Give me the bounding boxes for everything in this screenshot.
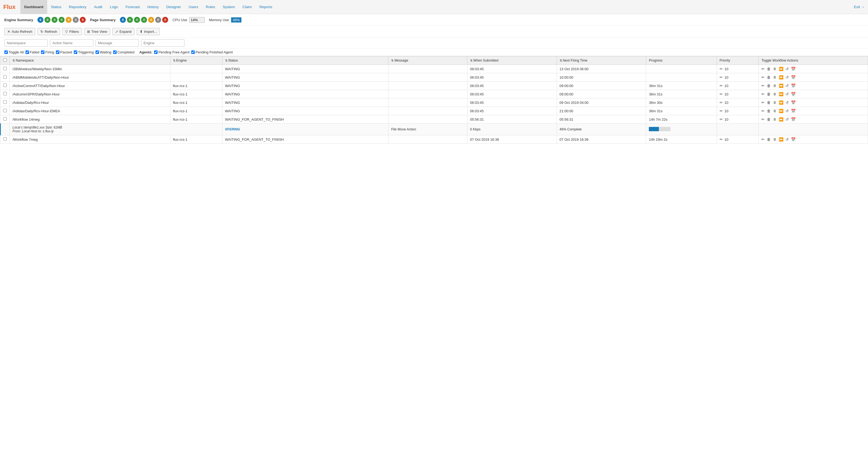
nav-history[interactable]: History bbox=[144, 0, 162, 14]
nav-roles[interactable]: Roles bbox=[202, 0, 219, 14]
paused-label[interactable]: Paused bbox=[56, 50, 72, 54]
nav-reports[interactable]: Reports bbox=[256, 0, 276, 14]
pause-icon[interactable]: ⏸ bbox=[773, 137, 777, 141]
retry-icon[interactable]: ↺ bbox=[785, 92, 789, 96]
nav-repository[interactable]: Repository bbox=[65, 0, 90, 14]
failed-checkbox[interactable] bbox=[26, 51, 29, 54]
delete-icon[interactable]: 🗑 bbox=[767, 100, 771, 105]
edit-icon[interactable]: ✏ bbox=[762, 137, 765, 141]
row-checkbox-cell[interactable] bbox=[1, 107, 10, 115]
row-checkbox[interactable] bbox=[3, 92, 7, 95]
nav-designer[interactable]: Designer bbox=[162, 0, 185, 14]
cpu-value-input[interactable] bbox=[189, 17, 205, 23]
refresh-button[interactable]: ↻ Refresh bbox=[37, 28, 60, 35]
import-button[interactable]: ⬆ Import... bbox=[137, 28, 160, 35]
row-checkbox-cell[interactable] bbox=[1, 135, 10, 144]
priority-edit-icon[interactable]: ✏ bbox=[720, 137, 723, 141]
message-filter[interactable] bbox=[95, 39, 139, 46]
waiting-checkbox[interactable] bbox=[95, 51, 99, 54]
row-checkbox-cell[interactable] bbox=[1, 82, 10, 90]
pending-finished-checkbox[interactable] bbox=[191, 51, 195, 54]
header-checkbox-col[interactable] bbox=[1, 56, 10, 65]
nav-status[interactable]: Status bbox=[47, 0, 65, 14]
tree-view-button[interactable]: ⊞ Tree View bbox=[84, 28, 110, 35]
forward-icon[interactable]: ⏩ bbox=[779, 84, 783, 88]
completed-checkbox[interactable] bbox=[113, 51, 117, 54]
calendar-icon[interactable]: 📅 bbox=[791, 84, 796, 88]
forward-icon[interactable]: ⏩ bbox=[779, 117, 783, 122]
exit-button[interactable]: Exit → bbox=[854, 5, 865, 9]
delete-icon[interactable]: 🗑 bbox=[767, 109, 771, 113]
edit-icon[interactable]: ✏ bbox=[762, 92, 765, 96]
forward-icon[interactable]: ⏩ bbox=[779, 137, 783, 141]
firing-label[interactable]: Firing bbox=[41, 50, 54, 54]
forward-icon[interactable]: ⏩ bbox=[779, 100, 783, 105]
row-checkbox-cell[interactable] bbox=[1, 115, 10, 124]
edit-icon[interactable]: ✏ bbox=[762, 117, 765, 122]
toggle-all-label[interactable]: Toggle All bbox=[4, 50, 24, 54]
row-checkbox-cell[interactable] bbox=[1, 73, 10, 82]
row-checkbox-cell[interactable] bbox=[1, 98, 10, 107]
edit-icon[interactable]: ✏ bbox=[762, 109, 765, 113]
pending-free-checkbox[interactable] bbox=[154, 51, 158, 54]
pause-icon[interactable]: ⏸ bbox=[773, 100, 777, 105]
priority-edit-icon[interactable]: ✏ bbox=[720, 84, 723, 88]
delete-icon[interactable]: 🗑 bbox=[767, 92, 771, 96]
calendar-icon[interactable]: 📅 bbox=[791, 100, 796, 105]
pause-icon[interactable]: ⏸ bbox=[773, 75, 777, 79]
calendar-icon[interactable]: 📅 bbox=[791, 67, 796, 71]
firing-checkbox[interactable] bbox=[41, 51, 44, 54]
nav-audit[interactable]: Audit bbox=[90, 0, 106, 14]
calendar-icon[interactable]: 📅 bbox=[791, 75, 796, 79]
col-status[interactable]: ⇅Status bbox=[222, 56, 389, 65]
toggle-all-checkbox[interactable] bbox=[4, 51, 8, 54]
calendar-icon[interactable]: 📅 bbox=[791, 109, 796, 113]
delete-icon[interactable]: 🗑 bbox=[767, 67, 771, 71]
edit-icon[interactable]: ✏ bbox=[762, 100, 765, 105]
row-checkbox[interactable] bbox=[3, 109, 7, 112]
retry-icon[interactable]: ↺ bbox=[785, 100, 789, 105]
pause-icon[interactable]: ⏸ bbox=[773, 84, 777, 88]
pause-icon[interactable]: ⏸ bbox=[773, 117, 777, 122]
retry-icon[interactable]: ↺ bbox=[785, 109, 789, 113]
row-checkbox[interactable] bbox=[3, 137, 7, 141]
filters-button[interactable]: ▽ Filters bbox=[62, 28, 82, 35]
forward-icon[interactable]: ⏩ bbox=[779, 75, 783, 79]
col-engine[interactable]: ⇅Engine bbox=[170, 56, 222, 65]
engine-filter[interactable] bbox=[141, 39, 184, 46]
col-when-submitted[interactable]: ⇅When Submitted bbox=[467, 56, 557, 65]
waiting-label[interactable]: Waiting bbox=[95, 50, 112, 54]
calendar-icon[interactable]: 📅 bbox=[791, 92, 796, 96]
auto-refresh-button[interactable]: ✕ Auto Refresh bbox=[4, 28, 35, 35]
paused-checkbox[interactable] bbox=[56, 51, 59, 54]
completed-label[interactable]: Completed bbox=[113, 50, 134, 54]
row-checkbox[interactable] bbox=[3, 75, 7, 78]
row-checkbox-cell[interactable] bbox=[1, 90, 10, 98]
priority-edit-icon[interactable]: ✏ bbox=[720, 100, 723, 105]
retry-icon[interactable]: ↺ bbox=[785, 84, 789, 88]
nav-logs[interactable]: Logs bbox=[106, 0, 122, 14]
delete-icon[interactable]: 🗑 bbox=[767, 117, 771, 122]
pause-icon[interactable]: ⏸ bbox=[773, 67, 777, 71]
priority-edit-icon[interactable]: ✏ bbox=[720, 67, 723, 71]
edit-icon[interactable]: ✏ bbox=[762, 75, 765, 79]
triggering-checkbox[interactable] bbox=[74, 51, 77, 54]
nav-dashboard[interactable]: Dashboard bbox=[20, 0, 47, 14]
edit-icon[interactable]: ✏ bbox=[762, 67, 765, 71]
triggering-label[interactable]: Triggering bbox=[74, 50, 94, 54]
nav-system[interactable]: System bbox=[219, 0, 239, 14]
failed-label[interactable]: Failed bbox=[26, 50, 39, 54]
delete-icon[interactable]: 🗑 bbox=[767, 137, 771, 141]
forward-icon[interactable]: ⏩ bbox=[779, 67, 783, 71]
delete-icon[interactable]: 🗑 bbox=[767, 75, 771, 79]
col-namespace[interactable]: ⇅Namespace bbox=[10, 56, 170, 65]
expand-button[interactable]: ⤢ Expand bbox=[112, 28, 134, 35]
nav-claim[interactable]: Claim bbox=[239, 0, 256, 14]
namespace-filter[interactable] bbox=[4, 39, 48, 46]
col-next-firing[interactable]: ⇅Next Firing Time bbox=[557, 56, 646, 65]
forward-icon[interactable]: ⏩ bbox=[779, 109, 783, 113]
priority-edit-icon[interactable]: ✏ bbox=[720, 117, 723, 122]
priority-edit-icon[interactable]: ✏ bbox=[720, 75, 723, 79]
edit-icon[interactable]: ✏ bbox=[762, 84, 765, 88]
nav-users[interactable]: Users bbox=[185, 0, 202, 14]
